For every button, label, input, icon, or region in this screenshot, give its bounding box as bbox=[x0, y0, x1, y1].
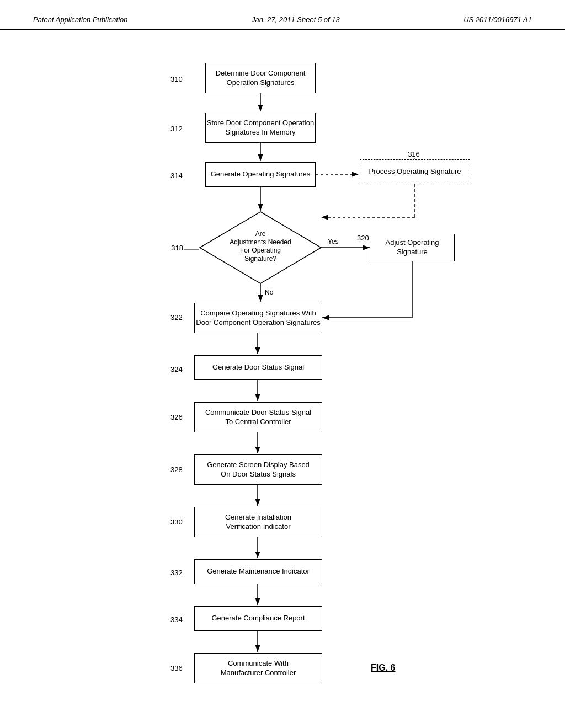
box-316: Process Operating Signature bbox=[360, 159, 470, 184]
box-310-text: Determine Door ComponentOperation Signat… bbox=[216, 69, 306, 88]
fig-label: FIG. 6 bbox=[371, 663, 395, 673]
box-334: Generate Compliance Report bbox=[194, 606, 322, 631]
box-316-text: Process Operating Signature bbox=[369, 167, 461, 176]
box-314: Generate Operating Signatures bbox=[205, 162, 316, 187]
box-324-text: Generate Door Status Signal bbox=[212, 363, 304, 372]
box-310: Determine Door ComponentOperation Signat… bbox=[205, 63, 316, 93]
box-334-text: Generate Compliance Report bbox=[211, 614, 305, 623]
box-320: Adjust OperatingSignature bbox=[370, 234, 455, 261]
svg-marker-9 bbox=[200, 212, 321, 283]
box-326-text: Communicate Door Status SignalTo Central… bbox=[205, 408, 311, 427]
svg-text:316: 316 bbox=[408, 150, 420, 158]
step-label-330: 330 bbox=[170, 518, 183, 526]
step-label-320: 320 bbox=[357, 234, 369, 242]
header-right: US 2011/0016971 A1 bbox=[463, 15, 532, 24]
box-326: Communicate Door Status SignalTo Central… bbox=[194, 402, 322, 432]
diagram-area: Are Adjustments Needed For Operating Sig… bbox=[78, 46, 553, 708]
box-314-text: Generate Operating Signatures bbox=[211, 170, 311, 179]
box-330: Generate InstallationVerification Indica… bbox=[194, 507, 322, 537]
header-left: Patent Application Publication bbox=[33, 15, 128, 24]
header-center: Jan. 27, 2011 Sheet 5 of 13 bbox=[252, 15, 340, 24]
box-320-text: Adjust OperatingSignature bbox=[386, 238, 439, 257]
step-label-328: 328 bbox=[170, 465, 183, 474]
step-label-326: 326 bbox=[170, 413, 183, 421]
box-330-text: Generate InstallationVerification Indica… bbox=[225, 513, 291, 532]
step-label-314: 314 bbox=[170, 172, 183, 180]
box-328: Generate Screen Display BasedOn Door Sta… bbox=[194, 454, 322, 485]
step-label-334: 334 bbox=[170, 615, 183, 624]
box-324: Generate Door Status Signal bbox=[194, 355, 322, 380]
page-header: Patent Application Publication Jan. 27, … bbox=[0, 0, 565, 30]
step-label-322: 322 bbox=[170, 313, 183, 322]
svg-text:Yes: Yes bbox=[328, 238, 339, 245]
svg-text:For Operating: For Operating bbox=[240, 247, 281, 254]
step-label-336: 336 bbox=[170, 664, 183, 672]
svg-text:Are: Are bbox=[255, 230, 266, 238]
box-312: Store Door Component OperationSignatures… bbox=[205, 113, 316, 143]
svg-text:Adjustments Needed: Adjustments Needed bbox=[230, 238, 291, 246]
step-label-332: 332 bbox=[170, 569, 183, 577]
box-332: Generate Maintenance Indicator bbox=[194, 559, 322, 584]
svg-text:No: No bbox=[265, 288, 274, 296]
svg-text:Signature?: Signature? bbox=[244, 255, 276, 263]
page: Patent Application Publication Jan. 27, … bbox=[0, 0, 565, 728]
box-336-text: Communicate WithManufacturer Controller bbox=[221, 659, 296, 678]
box-332-text: Generate Maintenance Indicator bbox=[207, 567, 310, 576]
step-label-324: 324 bbox=[170, 365, 183, 373]
box-312-text: Store Door Component OperationSignatures… bbox=[207, 119, 314, 137]
box-322: Compare Operating Signatures WithDoor Co… bbox=[194, 303, 322, 333]
box-328-text: Generate Screen Display BasedOn Door Sta… bbox=[207, 461, 310, 479]
box-336: Communicate WithManufacturer Controller bbox=[194, 653, 322, 683]
step-label-312: 312 bbox=[170, 125, 183, 133]
svg-text:318: 318 bbox=[171, 244, 183, 252]
box-322-text: Compare Operating Signatures WithDoor Co… bbox=[196, 309, 320, 328]
